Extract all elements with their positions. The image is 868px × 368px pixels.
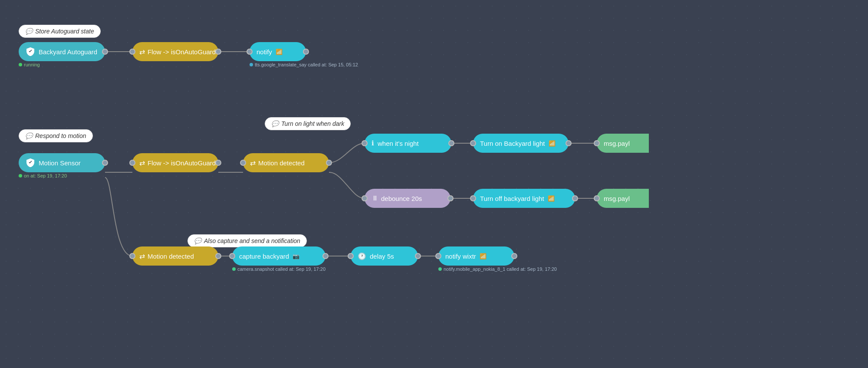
node-status: camera.snapshot called at: Sep 19, 17:20	[232, 266, 326, 272]
label-also-capture: 💬 Also capture and send a notification	[187, 234, 307, 247]
node-msg-payload-2[interactable]: msg.payl	[597, 189, 649, 208]
node-label-text: Turn on Backyard light	[480, 140, 545, 147]
wifi-icon: 📶	[276, 49, 283, 55]
node-debounce[interactable]: ⏸ debounce 20s	[365, 189, 450, 208]
node-capture-backyard[interactable]: capture backyard 📷 camera.snapshot calle…	[232, 246, 326, 266]
port-right[interactable]	[322, 253, 329, 259]
port-left[interactable]	[435, 253, 441, 259]
port-right[interactable]	[447, 195, 454, 201]
wifi-icon: 📶	[548, 195, 555, 202]
flow-canvas[interactable]: 💬 Store Autoguard state Backyard Autogua…	[0, 0, 868, 368]
port-right[interactable]	[102, 160, 108, 166]
label-turn-on-light: 💬 Turn on light when dark	[265, 117, 351, 130]
status-dot	[438, 267, 442, 271]
node-label-text: Motion detected	[148, 253, 194, 260]
comment-icon: 💬	[194, 237, 201, 244]
node-backyard-autoguard[interactable]: Backyard Autoguard running	[19, 42, 105, 61]
node-status: notify.mobile_app_nokia_8_1 called at: S…	[438, 266, 557, 272]
node-label-text: Motion detected	[258, 159, 305, 167]
node-motion-detected-1[interactable]: ⇄ Motion detected	[243, 153, 329, 172]
wifi-icon: 📶	[549, 140, 556, 147]
node-flow-isonautoguard-1[interactable]: ⇄ Flow -> isOnAutoGuard	[132, 42, 218, 61]
port-left[interactable]	[362, 140, 368, 146]
port-right[interactable]	[511, 253, 517, 259]
port-right[interactable]	[215, 253, 221, 259]
node-turn-off-backyard[interactable]: Turn off backyard light 📶	[473, 189, 575, 208]
node-label-text: Backyard Autoguard	[39, 48, 97, 56]
port-left[interactable]	[229, 253, 235, 259]
comment-icon: 💬	[25, 28, 33, 35]
label-text: Also capture and send a notification	[204, 237, 300, 244]
port-right[interactable]	[448, 140, 454, 146]
node-flow-isonautoguard-2[interactable]: ⇄ Flow -> isOnAutoGuard	[132, 153, 218, 172]
status-dot	[19, 174, 22, 177]
port-left[interactable]	[362, 195, 368, 201]
port-left[interactable]	[129, 253, 135, 259]
port-right[interactable]	[415, 253, 421, 259]
port-right[interactable]	[215, 160, 221, 166]
port-left[interactable]	[129, 160, 135, 166]
switch-icon: ⇄	[139, 159, 145, 167]
node-status: on at: Sep 19, 17:20	[19, 173, 67, 178]
port-right[interactable]	[215, 49, 221, 55]
shield-icon	[26, 158, 35, 168]
node-notify-wixtr[interactable]: notify wixtr 📶 notify.mobile_app_nokia_8…	[438, 246, 514, 266]
port-right[interactable]	[566, 140, 572, 146]
status-text: running	[24, 62, 40, 67]
node-notify-1[interactable]: notify 📶 tts.google_translate_say called…	[250, 42, 306, 61]
label-text: Respond to motion	[35, 132, 86, 139]
wifi-icon: 📷	[293, 253, 299, 260]
connections-layer	[0, 0, 868, 368]
port-right[interactable]	[303, 49, 309, 55]
port-left[interactable]	[470, 140, 476, 146]
comment-icon: 💬	[25, 132, 33, 139]
label-store-autoguard: 💬 Store Autoguard state	[19, 25, 101, 38]
pause-icon: ⏸	[372, 194, 378, 202]
node-label-text: notify wixtr	[445, 253, 476, 260]
status-dot	[232, 267, 236, 271]
node-status: tts.google_translate_say called at: Sep …	[250, 62, 358, 67]
switch-icon: ⇄	[139, 48, 145, 56]
clock-icon: 🕐	[358, 252, 366, 260]
port-left[interactable]	[129, 49, 135, 55]
port-left[interactable]	[594, 140, 600, 146]
comment-icon: 💬	[271, 120, 279, 127]
port-right[interactable]	[326, 160, 332, 166]
status-dot	[19, 63, 22, 66]
shield-icon	[26, 47, 35, 56]
node-label-text: msg.payl	[604, 195, 630, 202]
status-text: notify.mobile_app_nokia_8_1 called at: S…	[444, 266, 557, 272]
node-label-text: capture backyard	[239, 253, 289, 260]
port-left[interactable]	[470, 195, 476, 201]
status-text: tts.google_translate_say called at: Sep …	[255, 62, 358, 67]
node-motion-detected-2[interactable]: ⇄ Motion detected	[132, 246, 218, 266]
label-text: Turn on light when dark	[281, 120, 344, 127]
wifi-icon: 📶	[480, 253, 487, 260]
switch-icon: ⇄	[250, 159, 256, 167]
port-right[interactable]	[102, 49, 108, 55]
node-label-text: Flow -> isOnAutoGuard	[148, 159, 216, 167]
node-delay-5s[interactable]: 🕐 delay 5s	[351, 246, 418, 266]
port-left[interactable]	[348, 253, 354, 259]
node-label-text: debounce 20s	[381, 195, 422, 202]
node-label-text: Motion Sensor	[39, 159, 81, 167]
label-text: Store Autoguard state	[35, 28, 94, 35]
port-left[interactable]	[594, 195, 600, 201]
node-status: running	[19, 62, 40, 67]
info-icon: ℹ	[372, 139, 374, 147]
node-motion-sensor[interactable]: Motion Sensor on at: Sep 19, 17:20	[19, 153, 105, 172]
node-label-text: delay 5s	[370, 253, 394, 260]
label-respond-to-motion: 💬 Respond to motion	[19, 129, 93, 142]
node-label-text: Flow -> isOnAutoGuard	[148, 48, 216, 56]
node-turn-on-backyard[interactable]: Turn on Backyard light 📶	[473, 134, 569, 153]
node-when-its-night[interactable]: ℹ when it's night	[365, 134, 451, 153]
port-left[interactable]	[240, 160, 246, 166]
status-text: camera.snapshot called at: Sep 19, 17:20	[237, 266, 326, 272]
node-label-text: notify	[256, 48, 272, 56]
port-right[interactable]	[572, 195, 578, 201]
node-label-text: when it's night	[378, 140, 419, 147]
node-label-text: Turn off backyard light	[480, 195, 544, 202]
node-msg-payload-1[interactable]: msg.payl	[597, 134, 649, 153]
port-left[interactable]	[247, 49, 253, 55]
status-dot	[250, 63, 253, 66]
